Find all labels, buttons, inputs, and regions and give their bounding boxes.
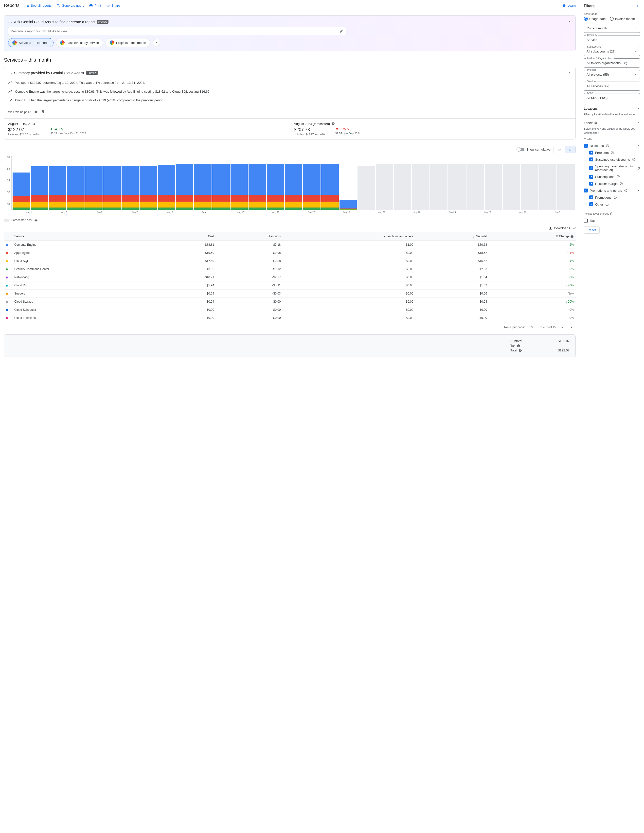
chip-scroll-right[interactable]: [153, 39, 160, 46]
help-icon[interactable]: ?: [637, 166, 640, 170]
bar-col[interactable]: [485, 156, 502, 210]
generate-query-link[interactable]: Generate query: [56, 4, 84, 8]
help-icon[interactable]: [34, 218, 38, 222]
bar-col[interactable]: [85, 156, 103, 210]
chevron-up-icon[interactable]: [637, 144, 640, 147]
line-view-button[interactable]: [554, 146, 565, 153]
bar-col[interactable]: [67, 156, 85, 210]
locations-expand[interactable]: Locations: [584, 105, 640, 113]
bar-col[interactable]: [376, 156, 393, 210]
bar-col[interactable]: [49, 156, 66, 210]
chevron-up-icon[interactable]: [567, 71, 572, 75]
cb-sustained[interactable]: Sustained use discounts?: [584, 156, 640, 163]
help-icon[interactable]: [332, 122, 335, 125]
cb-spending[interactable]: Spending based discounts (contractual)?: [584, 163, 640, 173]
reset-button[interactable]: Reset: [584, 227, 600, 234]
table-row[interactable]: Cloud Scheduler$0.00$0.00$0.00$0.000%: [4, 306, 576, 314]
print-link[interactable]: Print: [89, 4, 101, 8]
bar-col[interactable]: [285, 156, 303, 210]
bar-col[interactable]: [394, 156, 411, 210]
bar-col[interactable]: [521, 156, 538, 210]
chip-last-invoice[interactable]: Last invoice by service: [56, 38, 103, 47]
bar-col[interactable]: [448, 156, 466, 210]
bar-col[interactable]: [194, 156, 211, 210]
gemini-input-wrapper[interactable]: [8, 27, 346, 35]
prev-page-button[interactable]: [560, 325, 565, 330]
table-row[interactable]: App Engine$19.60-$0.98$0.00$18.62↑ 1%: [4, 249, 576, 257]
gemini-input[interactable]: [11, 29, 340, 33]
radio-usage-date[interactable]: Usage date: [584, 17, 606, 21]
chip-services-this-month[interactable]: Services – this month: [8, 38, 53, 47]
table-row[interactable]: Compute Engine$88.81-$7.18-$1.00$80.63↓ …: [4, 241, 576, 249]
rows-per-page-select[interactable]: 10: [529, 326, 536, 329]
bar-col[interactable]: [557, 156, 575, 210]
bar-col[interactable]: [340, 156, 357, 210]
bar-col[interactable]: [503, 156, 520, 210]
cumulative-toggle[interactable]: Show cumulative: [517, 148, 551, 151]
help-icon[interactable]: [594, 121, 598, 125]
help-icon[interactable]: ?: [624, 189, 628, 192]
help-icon[interactable]: ?: [606, 144, 609, 147]
bar-col[interactable]: [430, 156, 448, 210]
thumbs-up-button[interactable]: [34, 110, 38, 115]
see-all-reports-link[interactable]: See all reports: [26, 4, 52, 8]
services-select[interactable]: Services All services (47): [584, 82, 640, 91]
cb-free-tiers[interactable]: Free tiers?: [584, 149, 640, 156]
cb-tax[interactable]: Tax: [584, 217, 640, 224]
table-row[interactable]: Cloud SQL$17.50-$0.88$0.00$16.62↓ 4%: [4, 257, 576, 265]
help-icon[interactable]: ?: [613, 196, 617, 199]
help-icon[interactable]: ?: [611, 151, 614, 154]
edit-icon[interactable]: [340, 29, 343, 33]
group-by-select[interactable]: Group by Service: [584, 35, 640, 44]
cb-other[interactable]: Other?: [584, 201, 640, 208]
bar-col[interactable]: [412, 156, 430, 210]
help-icon[interactable]: ?: [620, 182, 623, 185]
bar-col[interactable]: [539, 156, 557, 210]
bar-col[interactable]: [230, 156, 248, 210]
cb-discounts[interactable]: Discounts?: [584, 142, 640, 149]
bar-col[interactable]: [303, 156, 320, 210]
bar-col[interactable]: [176, 156, 193, 210]
table-row[interactable]: Cloud Run$5.94-$4.91$0.00$1.02↓ 76%: [4, 281, 576, 289]
help-icon[interactable]: ?: [605, 203, 609, 206]
bar-col[interactable]: [248, 156, 266, 210]
bar-col[interactable]: [31, 156, 48, 210]
labels-expand[interactable]: Labels: [584, 119, 640, 127]
help-icon[interactable]: ?: [617, 175, 620, 178]
help-icon[interactable]: ?: [632, 158, 635, 161]
folders-select[interactable]: Folders & Organizations All folders/orga…: [584, 58, 640, 68]
skus-select[interactable]: SKUs All SKUs (408): [584, 93, 640, 102]
radio-invoice-month[interactable]: Invoice month: [610, 17, 635, 21]
subaccounts-select[interactable]: Subaccounts All subaccounts (27): [584, 47, 640, 56]
cb-subscriptions[interactable]: Subscriptions?: [584, 173, 640, 180]
table-row[interactable]: Security Command Center$3.05-$0.12$0.00$…: [4, 265, 576, 273]
chevron-up-icon[interactable]: [567, 19, 572, 24]
share-link[interactable]: Share: [106, 4, 120, 8]
help-icon[interactable]: ?: [610, 212, 613, 215]
table-row[interactable]: Networking$10.91-$9.27$0.00$1.64↓ 6%: [4, 273, 576, 281]
bar-col[interactable]: [212, 156, 230, 210]
help-icon[interactable]: [518, 349, 522, 352]
bar-col[interactable]: [321, 156, 339, 210]
cb-reseller[interactable]: Reseller margin?: [584, 180, 640, 187]
bar-col[interactable]: [103, 156, 121, 210]
bar-col[interactable]: [267, 156, 284, 210]
time-range-select[interactable]: Current month: [584, 24, 640, 33]
learn-link[interactable]: Learn: [562, 4, 576, 8]
projects-select[interactable]: Projects All projects (55): [584, 70, 640, 79]
cb-promotions[interactable]: Promotions?: [584, 194, 640, 201]
thumbs-down-button[interactable]: [41, 110, 45, 115]
help-icon[interactable]: [517, 344, 520, 347]
table-row[interactable]: Cloud Storage$0.04$0.00$0.00$0.04↓ 20%: [4, 298, 576, 306]
download-csv-link[interactable]: Download CSV: [549, 226, 576, 230]
chip-projects-this-month[interactable]: Projects – this month: [106, 38, 150, 47]
chevron-up-icon[interactable]: [637, 189, 640, 192]
bar-col[interactable]: [158, 156, 175, 210]
bar-col[interactable]: [140, 156, 157, 210]
bar-col[interactable]: [467, 156, 484, 210]
help-icon[interactable]: [570, 235, 574, 238]
bar-col[interactable]: [13, 156, 30, 210]
collapse-panel-icon[interactable]: [636, 4, 640, 8]
bar-col[interactable]: [357, 156, 375, 210]
next-page-button[interactable]: [569, 325, 574, 330]
